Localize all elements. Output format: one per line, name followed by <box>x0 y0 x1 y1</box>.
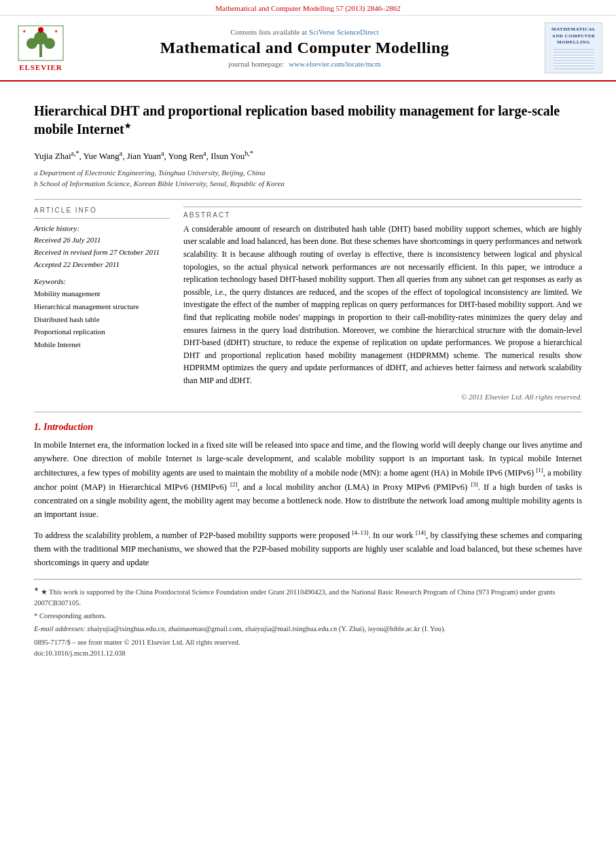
svg-point-6 <box>38 27 43 33</box>
keyword-item: Distributed hash table <box>34 313 170 326</box>
journal-citation-text: Mathematical and Computer Modelling 57 (… <box>215 4 401 12</box>
corresponding-footnote: * Corresponding authors. <box>34 611 582 622</box>
title-star: ★ <box>124 122 131 130</box>
elsevier-label: ELSEVIER <box>19 63 62 71</box>
authors-line: Yujia Zhaia,*, Yue Wanga, Jian Yuana, Yo… <box>34 148 582 163</box>
intro-para-2: To address the scalability problem, a nu… <box>34 528 582 569</box>
journal-thumbnail-area: MATHEMATICALAND COMPUTERMODELLING <box>541 22 602 73</box>
article-history-block: Article history: Received 26 July 2011 R… <box>34 218 170 270</box>
article-title-text: Hierarchical DHT and proportional replic… <box>34 103 560 137</box>
abstract-block: ABSTRACT A considerable amount of resear… <box>183 207 582 401</box>
svg-text:★: ★ <box>54 29 58 33</box>
elsevier-logo-area: ★ ★ ELSEVIER <box>14 24 68 71</box>
content-area: Hierarchical DHT and proportional replic… <box>0 82 616 673</box>
keyword-item: Proportional replication <box>34 325 170 338</box>
body-divider <box>34 412 582 412</box>
svg-rect-2 <box>39 45 42 57</box>
journal-header: ★ ★ ELSEVIER Contents lists available at… <box>0 16 616 82</box>
keyword-item: Hierarchical management structure <box>34 300 170 313</box>
journal-homepage-line: journal homepage: www.elsevier.com/locat… <box>75 60 535 68</box>
article-history: Article history: Received 26 July 2011 R… <box>34 223 170 270</box>
accepted-date: Accepted 22 December 2011 <box>34 259 170 271</box>
keywords-block: Keywords: Mobility managementHierarchica… <box>34 277 170 351</box>
keywords-list: Mobility managementHierarchical manageme… <box>34 287 170 351</box>
journal-citation-bar: Mathematical and Computer Modelling 57 (… <box>0 0 616 16</box>
contents-text: Contents lists available at <box>230 28 307 36</box>
sciverse-link[interactable]: SciVerse ScienceDirect <box>309 28 379 36</box>
authors-text: Yujia Zhaia,*, Yue Wanga, Jian Yuana, Yo… <box>34 151 253 161</box>
intro-section-title: 1. Introduction <box>34 422 582 433</box>
svg-point-5 <box>44 38 55 49</box>
journal-title-area: Contents lists available at SciVerse Sci… <box>75 28 535 68</box>
elsevier-logo: ★ ★ <box>17 24 65 62</box>
header-divider <box>34 199 582 200</box>
info-abstract-section: ARTICLE INFO Article history: Received 2… <box>34 207 582 401</box>
issn-line: 0895-7177/$ – see front matter © 2011 El… <box>34 637 582 648</box>
contents-available-line: Contents lists available at SciVerse Sci… <box>75 28 535 36</box>
homepage-label: journal homepage: <box>228 60 284 68</box>
svg-point-4 <box>26 38 37 49</box>
article-title: Hierarchical DHT and proportional replic… <box>34 102 582 139</box>
section-number: 1. <box>34 422 41 432</box>
footnotes-area: ★ ★ This work is supported by the China … <box>34 586 582 659</box>
journal-thumbnail: MATHEMATICALAND COMPUTERMODELLING <box>545 22 602 73</box>
affiliations: a Department of Electronic Engineering, … <box>34 167 582 190</box>
affiliation-b: b School of Information Science, Korean … <box>34 178 582 190</box>
article-info-column: ARTICLE INFO Article history: Received 2… <box>34 207 170 401</box>
intro-para-1: In mobile Internet era, the information … <box>34 438 582 521</box>
keyword-item: Mobile Internet <box>34 338 170 351</box>
svg-text:★: ★ <box>22 29 26 33</box>
affiliation-a: a Department of Electronic Engineering, … <box>34 167 582 179</box>
history-label: Article history: <box>34 223 170 235</box>
article-info-header: ARTICLE INFO <box>34 207 170 214</box>
homepage-link[interactable]: www.elsevier.com/locate/mcm <box>289 60 381 68</box>
star-footnote: ★ ★ This work is supported by the China … <box>34 586 582 609</box>
revised-date: Received in revised form 27 October 2011 <box>34 247 170 259</box>
received-date: Received 26 July 2011 <box>34 234 170 247</box>
footnote-divider <box>34 579 582 580</box>
keywords-label: Keywords: <box>34 277 170 285</box>
abstract-text: A considerable amount of research on dis… <box>183 223 582 387</box>
email-footnote: E-mail addresses: zhaiyujia@tsinghua.edu… <box>34 624 582 634</box>
abstract-header: ABSTRACT <box>183 211 582 219</box>
section-title-text: Introduction <box>43 422 93 432</box>
copyright-line: © 2011 Elsevier Ltd. All rights reserved… <box>183 393 582 401</box>
journal-title: Mathematical and Computer Modelling <box>75 39 535 57</box>
keyword-item: Mobility management <box>34 287 170 300</box>
abstract-column: ABSTRACT A considerable amount of resear… <box>183 207 582 401</box>
doi-line: doi:10.1016/j.mcm.2011.12.038 <box>34 648 582 659</box>
